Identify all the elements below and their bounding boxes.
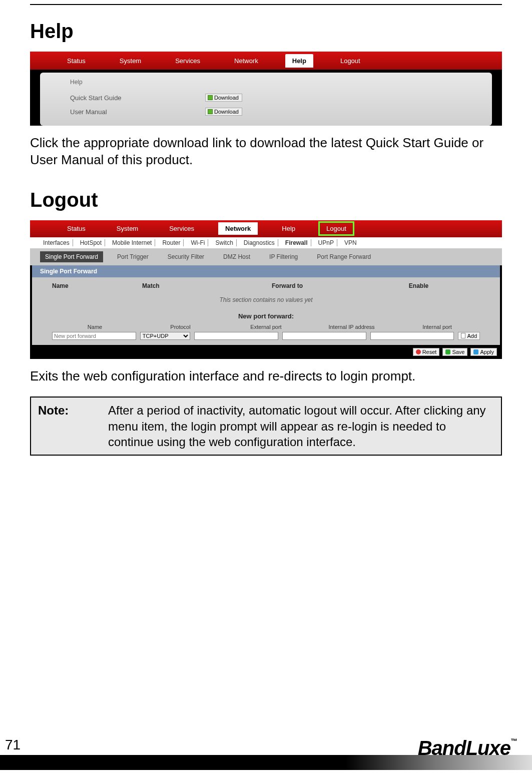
user-manual-label: User Manual	[70, 108, 205, 116]
nav2-services[interactable]: Services	[162, 222, 201, 235]
name-input[interactable]	[52, 332, 136, 340]
help-nav: Status System Services Network Help Logo…	[30, 52, 502, 70]
new-port-forward-title: New port forward:	[32, 310, 500, 324]
table-header: Name Match Forward to Enable	[32, 277, 500, 294]
apply-label: Apply	[480, 349, 494, 355]
firewall-tabs: Single Port Forward Port Trigger Securit…	[30, 248, 502, 265]
add-label: Add	[467, 333, 477, 339]
row-user-manual: User Manual Download	[70, 105, 462, 119]
internal-ip-input[interactable]	[282, 332, 366, 340]
brand-text: BandLuxe	[418, 737, 510, 759]
save-button[interactable]: Save	[442, 348, 467, 356]
page-top-rule	[30, 4, 502, 5]
subnav-switch[interactable]: Switch	[212, 239, 236, 246]
quick-start-label: Quick Start Guide	[70, 94, 205, 102]
screenshot-logout: Status System Services Network Help Logo…	[30, 220, 502, 359]
tab-port-trigger[interactable]: Port Trigger	[112, 251, 154, 262]
nav-services[interactable]: Services	[168, 54, 207, 68]
subnav-diagnostics[interactable]: Diagnostics	[241, 239, 278, 246]
subnav-hotspot[interactable]: HotSpot	[77, 239, 105, 246]
help-body: Help Quick Start Guide Download User Man…	[40, 73, 492, 126]
nav2-help[interactable]: Help	[275, 222, 302, 235]
download-icon	[208, 109, 213, 114]
subnav-upnp[interactable]: UPnP	[315, 239, 337, 246]
internal-port-input[interactable]	[370, 332, 454, 340]
quick-start-download-button[interactable]: Download	[205, 94, 242, 102]
nav-system[interactable]: System	[113, 54, 148, 68]
subnav-firewall[interactable]: Firewall	[282, 239, 311, 246]
nav2-network[interactable]: Network	[218, 222, 258, 235]
nav-status[interactable]: Status	[60, 54, 93, 68]
tab-dmz-host[interactable]: DMZ Host	[218, 251, 255, 262]
section-logout-title: Logout	[30, 189, 502, 211]
screenshot-help: Status System Services Network Help Logo…	[30, 52, 502, 126]
empty-message: This section contains no values yet	[32, 294, 500, 310]
npf-label-internal-port: Internal port	[394, 324, 480, 330]
nav-logout[interactable]: Logout	[333, 54, 367, 68]
npf-inputs: TCP+UDP Add	[32, 330, 500, 340]
nav-network[interactable]: Network	[227, 54, 265, 68]
protocol-select[interactable]: TCP+UDP	[140, 332, 190, 340]
reset-icon	[416, 349, 421, 354]
section-help-title: Help	[30, 20, 502, 43]
th-forward-to: Forward to	[217, 282, 357, 289]
download-icon	[208, 95, 213, 100]
nav2-system[interactable]: System	[110, 222, 145, 235]
save-label: Save	[452, 349, 464, 355]
apply-icon	[473, 349, 478, 354]
reset-label: Reset	[422, 349, 437, 355]
save-icon	[445, 349, 450, 354]
logout-nav: Status System Services Network Help Logo…	[30, 220, 502, 237]
download-label: Download	[214, 109, 239, 115]
add-button[interactable]: Add	[458, 332, 480, 340]
help-description: Click the appropriate download link to d…	[30, 135, 502, 169]
subnav-interfaces[interactable]: Interfaces	[40, 239, 73, 246]
logout-description: Exits the web configuration interface an…	[30, 368, 502, 385]
npf-label-external-port: External port	[223, 324, 309, 330]
page-footer: 71 BandLuxe™	[0, 737, 532, 772]
npf-label-protocol: Protocol	[138, 324, 223, 330]
subnav-vpn[interactable]: VPN	[341, 239, 360, 246]
apply-button[interactable]: Apply	[470, 348, 497, 356]
row-quick-start: Quick Start Guide Download	[70, 91, 462, 105]
th-enable: Enable	[357, 282, 480, 289]
subnav: Interfaces HotSpot Mobile Internet Route…	[30, 237, 502, 248]
npf-label-internal-ip: Internal IP address	[309, 324, 394, 330]
action-buttons: Reset Save Apply	[30, 345, 502, 356]
npf-label-name: Name	[52, 324, 138, 330]
th-match: Match	[142, 282, 217, 289]
subnav-router[interactable]: Router	[159, 239, 184, 246]
nav2-logout[interactable]: Logout	[319, 222, 353, 235]
help-subheader: Help	[70, 77, 462, 91]
external-port-input[interactable]	[194, 332, 278, 340]
th-name: Name	[52, 282, 142, 289]
subnav-mobile-internet[interactable]: Mobile Internet	[109, 239, 155, 246]
tab-single-port-forward[interactable]: Single Port Forward	[40, 251, 103, 262]
npf-labels: Name Protocol External port Internal IP …	[32, 324, 500, 330]
user-manual-download-button[interactable]: Download	[205, 108, 242, 116]
panel-header: Single Port Forward	[32, 265, 500, 277]
nav2-status[interactable]: Status	[60, 222, 93, 235]
add-icon	[461, 333, 465, 338]
trademark: ™	[510, 737, 517, 745]
note-label: Note:	[38, 403, 108, 450]
nav-help[interactable]: Help	[285, 54, 313, 68]
reset-button[interactable]: Reset	[413, 348, 440, 356]
download-label: Download	[214, 95, 239, 101]
note-body: After a period of inactivity, automatic …	[108, 403, 494, 450]
tab-security-filter[interactable]: Security Filter	[163, 251, 209, 262]
tab-port-range-forward[interactable]: Port Range Forward	[312, 251, 376, 262]
note-box: Note: After a period of inactivity, auto…	[30, 397, 502, 456]
single-port-forward-panel: Single Port Forward Name Match Forward t…	[32, 265, 500, 345]
tab-ip-filtering[interactable]: IP Filtering	[264, 251, 303, 262]
brand-logo: BandLuxe™	[418, 737, 517, 759]
page-number: 71	[5, 737, 21, 753]
subnav-wifi[interactable]: Wi-Fi	[188, 239, 208, 246]
